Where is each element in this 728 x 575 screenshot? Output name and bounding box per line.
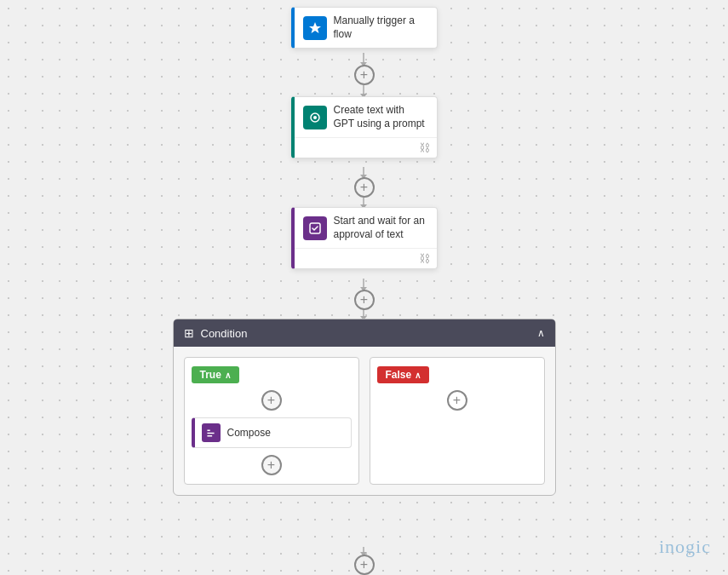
compose-label: Compose <box>227 427 271 439</box>
approval-footer: ⛓ <box>295 248 437 268</box>
false-branch-header[interactable]: False ∧ <box>377 366 430 383</box>
add-step-btn-2[interactable]: + <box>354 177 375 198</box>
false-chevron: ∧ <box>415 371 421 380</box>
false-label: False <box>386 369 412 381</box>
true-branch-header[interactable]: True ∧ <box>192 366 239 383</box>
trigger-node: Manually trigger a flow <box>291 7 438 49</box>
approval-node: Start and wait for an approval of text ⛓ <box>291 207 438 269</box>
approval-icon <box>303 216 327 240</box>
approval-link-icon: ⛓ <box>419 252 430 265</box>
condition-collapse-icon[interactable]: ∧ <box>537 327 545 339</box>
true-add-btn[interactable]: + <box>261 390 282 411</box>
trigger-icon <box>303 16 327 40</box>
false-add-btn[interactable]: + <box>447 390 467 411</box>
condition-block: ⊞ Condition ∧ True ∧ + Compo <box>173 319 556 496</box>
true-label: True <box>200 369 221 381</box>
inogic-logo: inogic <box>659 536 711 558</box>
gpt-icon <box>303 106 327 129</box>
compose-node[interactable]: Compose <box>192 417 352 448</box>
add-step-btn-final[interactable]: + <box>354 555 375 575</box>
true-chevron: ∧ <box>225 371 231 380</box>
gpt-footer: ⛓ <box>295 137 437 158</box>
condition-table-icon: ⊞ <box>184 326 194 340</box>
add-step-btn-3[interactable]: + <box>354 290 375 310</box>
gpt-node: Create text with GPT using a prompt ⛓ <box>291 96 438 158</box>
add-step-btn-1[interactable]: + <box>354 65 375 85</box>
compose-icon <box>202 423 221 442</box>
condition-label: Condition <box>201 327 248 340</box>
true-branch: True ∧ + Compose + <box>184 357 359 485</box>
condition-header[interactable]: ⊞ Condition ∧ <box>174 319 555 347</box>
svg-point-19 <box>313 116 317 119</box>
condition-content: True ∧ + Compose + <box>174 347 555 495</box>
trigger-label: Manually trigger a flow <box>334 14 428 41</box>
true-add-after-btn[interactable]: + <box>261 455 282 475</box>
approval-label: Start and wait for an approval of text <box>334 215 428 241</box>
link-icon: ⛓ <box>419 141 430 154</box>
false-branch: False ∧ + <box>370 357 545 485</box>
gpt-label: Create text with GPT using a prompt <box>334 104 428 130</box>
